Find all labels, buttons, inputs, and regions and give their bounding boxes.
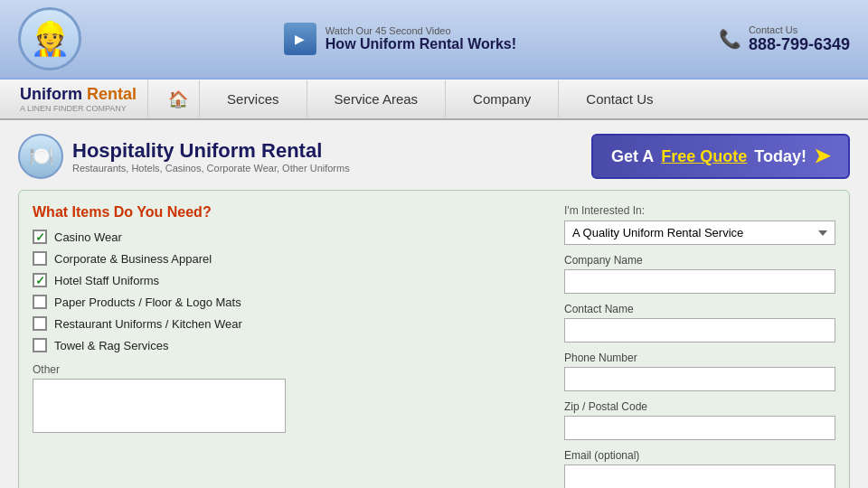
quote-arrow-icon: ➤	[814, 145, 830, 168]
email-input[interactable]	[564, 465, 835, 488]
checkbox-corporate[interactable]	[33, 251, 47, 266]
checklist-title: What Items Do You Need?	[33, 204, 546, 221]
quote-banner-pre: Get A	[611, 147, 654, 166]
nav-item-contact[interactable]: Contact Us	[558, 80, 680, 117]
video-title: How Uniform Rental Works!	[326, 36, 516, 52]
checkbox-paper[interactable]	[33, 295, 47, 309]
logo-uniform-text: Uniform	[20, 85, 82, 103]
play-button[interactable]: ▶	[284, 23, 316, 55]
hospitality-icon: 🍽️	[29, 145, 53, 168]
interested-label: I'm Interested In:	[564, 204, 835, 217]
check-item-corporate[interactable]: Corporate & Business Apparel	[33, 251, 546, 266]
banner-right: 📞 Contact Us 888-799-6349	[719, 24, 850, 54]
checkbox-restaurant[interactable]	[33, 316, 47, 331]
checklist-section: What Items Do You Need? Casino Wear Corp…	[33, 204, 546, 488]
form-area: What Items Do You Need? Casino Wear Corp…	[18, 190, 850, 488]
page-title: Hospitality Uniform Rental	[72, 139, 350, 163]
checkbox-casino[interactable]	[33, 230, 47, 244]
nav-item-services[interactable]: Services	[199, 80, 307, 117]
page-title-group: Hospitality Uniform Rental Restaurants, …	[72, 139, 350, 174]
nav-bar: Uniform Rental A LINEN FINDER COMPANY 🏠 …	[0, 80, 868, 120]
phone-icon: 📞	[719, 28, 741, 50]
company-name-input[interactable]	[564, 269, 835, 294]
phone-number-input[interactable]	[564, 367, 835, 391]
phone-number-label: Phone Number	[564, 352, 835, 364]
logo-rental-text: Rental	[87, 85, 137, 103]
page-subtitle: Restaurants, Hotels, Casinos, Corporate …	[72, 163, 350, 174]
page-header-left: 🍽️ Hospitality Uniform Rental Restaurant…	[18, 134, 350, 179]
zip-code-input[interactable]	[564, 416, 835, 440]
header-icon: 🍽️	[18, 134, 63, 179]
quote-form-section: I'm Interested In: A Quality Uniform Ren…	[564, 204, 835, 488]
video-label: Watch Our 45 Second Video	[326, 25, 516, 36]
main-content: 🍽️ Hospitality Uniform Rental Restaurant…	[0, 120, 868, 488]
checklist-title-text: What Items Do You Need?	[33, 204, 212, 220]
quote-banner-post: Today!	[754, 147, 807, 166]
zip-code-label: Zip / Postal Code	[564, 400, 835, 413]
contact-info: Contact Us 888-799-6349	[749, 24, 850, 54]
checkbox-hotel[interactable]	[33, 273, 47, 287]
nav-item-company[interactable]: Company	[445, 80, 558, 117]
check-label-towel: Towel & Rag Services	[54, 339, 168, 352]
quote-banner-free: Free Quote	[661, 147, 747, 166]
other-label: Other	[33, 363, 546, 376]
logo-circle: 👷	[18, 7, 81, 70]
banner-logo: 👷	[18, 7, 81, 70]
check-label-paper: Paper Products / Floor & Logo Mats	[54, 296, 241, 309]
other-wrapper: Other	[33, 363, 546, 436]
email-label: Email (optional)	[564, 449, 835, 462]
check-item-hotel[interactable]: Hotel Staff Uniforms	[33, 273, 546, 287]
check-label-casino: Casino Wear	[54, 230, 122, 244]
contact-name-input[interactable]	[564, 318, 835, 343]
check-label-corporate: Corporate & Business Apparel	[54, 252, 212, 266]
company-name-label: Company Name	[564, 254, 835, 267]
logo-sub-text: A LINEN FINDER COMPANY	[20, 104, 137, 113]
nav-home-button[interactable]: 🏠	[157, 82, 199, 117]
video-text: Watch Our 45 Second Video How Uniform Re…	[326, 25, 516, 52]
check-item-paper[interactable]: Paper Products / Floor & Logo Mats	[33, 295, 546, 309]
other-textarea[interactable]	[33, 379, 286, 433]
contact-name-label: Contact Name	[564, 303, 835, 315]
check-label-hotel: Hotel Staff Uniforms	[54, 274, 159, 287]
logo-person-icon: 👷	[30, 20, 71, 58]
contact-phone[interactable]: 888-799-6349	[749, 35, 850, 54]
get-quote-banner[interactable]: Get A Free Quote Today! ➤	[591, 134, 850, 179]
nav-logo[interactable]: Uniform Rental A LINEN FINDER COMPANY	[9, 80, 148, 118]
check-item-restaurant[interactable]: Restaurant Uniforms / Kitchen Wear	[33, 316, 546, 331]
checkbox-towel[interactable]	[33, 338, 47, 352]
top-banner: 👷 ▶ Watch Our 45 Second Video How Unifor…	[0, 0, 868, 80]
banner-center[interactable]: ▶ Watch Our 45 Second Video How Uniform …	[284, 23, 516, 55]
check-item-towel[interactable]: Towel & Rag Services	[33, 338, 546, 352]
check-item-casino[interactable]: Casino Wear	[33, 230, 546, 244]
check-label-restaurant: Restaurant Uniforms / Kitchen Wear	[54, 317, 242, 331]
contact-label: Contact Us	[749, 24, 850, 35]
nav-item-service-areas[interactable]: Service Areas	[307, 80, 446, 117]
interested-select[interactable]: A Quality Uniform Rental Service	[564, 221, 835, 245]
page-header: 🍽️ Hospitality Uniform Rental Restaurant…	[18, 134, 850, 179]
